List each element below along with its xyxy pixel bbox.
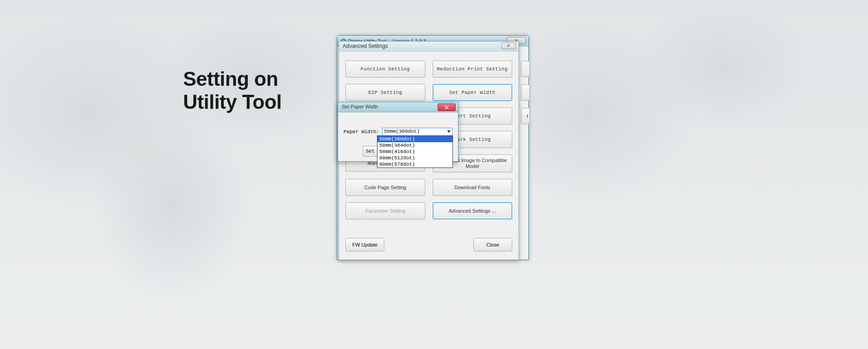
dropdown-option[interactable]: 80mm(576dot) [377, 161, 453, 168]
dropdown-option[interactable]: 80mm(512dot) [377, 155, 453, 161]
dip-setting-button[interactable]: DIP Setting [345, 84, 425, 101]
advanced-settings-button[interactable]: Advanced Settings ... [433, 202, 513, 219]
function-setting-button[interactable]: Function Setting [345, 60, 425, 78]
close-icon: ✕ [507, 43, 510, 48]
headline-line1: Setting on [183, 68, 278, 90]
paper-width-select[interactable]: 58mm(360dot) [382, 128, 453, 136]
dropdown-option[interactable]: 58mm(416dot) [377, 149, 453, 155]
peek-button-3[interactable]: t [521, 108, 530, 124]
paper-width-label: Paper Width: [344, 129, 379, 135]
set-paper-width-button[interactable]: Set Paper Width [433, 84, 513, 101]
spw-title-text: Set Paper Width [342, 104, 378, 109]
dropdown-option[interactable]: 58mm(360dot) [377, 136, 453, 142]
reduction-print-button[interactable]: Reduction Print Setting [433, 60, 513, 78]
headline-line2: Utility Tool [183, 91, 282, 113]
paper-width-dropdown[interactable]: 58mm(360dot) 58mm(384dot) 58mm(416dot) 8… [377, 135, 453, 168]
page-headline: Setting on Utility Tool [183, 68, 282, 113]
adv-close-button[interactable]: ✕ [501, 42, 516, 49]
spw-close-button[interactable] [438, 103, 456, 111]
adv-titlebar[interactable]: Advanced Settings [339, 42, 519, 51]
peek-button-1[interactable] [521, 61, 530, 77]
close-button[interactable]: Close [473, 238, 512, 251]
fw-update-button[interactable]: FW Update [345, 238, 384, 251]
parameter-setting-button: Parameter Setting [345, 202, 425, 219]
dropdown-option[interactable]: 58mm(384dot) [377, 142, 453, 149]
peek-button-2[interactable] [521, 84, 530, 101]
download-fonts-button[interactable]: Download Fonts [433, 179, 513, 196]
paper-width-value: 58mm(360dot) [384, 129, 420, 134]
adv-title-text: Advanced Settings [343, 43, 388, 49]
code-page-setting-button[interactable]: Code Page Setting [345, 179, 425, 196]
close-icon [444, 105, 449, 110]
